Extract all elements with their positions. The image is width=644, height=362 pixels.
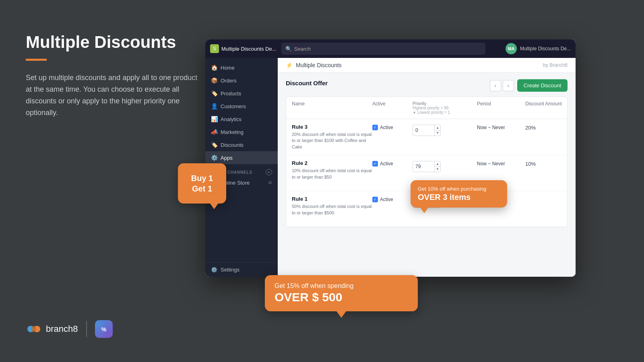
col-active: Active — [372, 101, 413, 115]
app-icon: % — [95, 320, 113, 338]
col-name: Name — [292, 101, 372, 115]
rule2-priority-down[interactable]: ▼ — [435, 167, 440, 172]
rule3-priority-down[interactable]: ▼ — [435, 131, 440, 136]
rule3-period: Now ~ Never — [477, 125, 525, 130]
branch8-icon — [26, 321, 42, 337]
add-channel-icon[interactable]: + — [266, 169, 272, 175]
sidebar-label-products: Products — [221, 90, 241, 97]
by-branch8-label: by Branch8 — [543, 62, 568, 68]
rule1-active-badge: ✓ Active — [372, 197, 413, 202]
rule2-priority-value: 79 — [413, 164, 434, 169]
rule1-name: Rule 1 — [292, 196, 372, 202]
rule1-discount-col — [525, 196, 568, 197]
table-row: Rule 3 20% discount off when total cost … — [286, 119, 567, 155]
callout-buy1-text: Buy 1 Get 1 — [191, 173, 213, 194]
rule2-discount-col: 10% — [525, 160, 568, 167]
svg-text:%: % — [101, 326, 106, 333]
top-bar-right: MA Multiple Discounts De... — [490, 43, 571, 54]
sidebar-item-settings[interactable]: ⚙️ Settings — [205, 262, 278, 277]
rule3-period-col: Now ~ Never — [477, 124, 525, 130]
callout-500-amount: OVER $ 500 — [275, 290, 408, 304]
rule2-period-col: Now ~ Never — [477, 160, 525, 167]
rule3-priority-value: 0 — [413, 128, 434, 133]
callout-10pct-amount: OVER 3 items — [418, 193, 500, 202]
rule2-priority-col: 79 ▲ ▼ — [413, 160, 477, 172]
rule3-name: Rule 3 — [292, 124, 372, 130]
shopify-window: S Multiple Discounts De... 🔍 Search MA M… — [205, 39, 576, 277]
settings-gear-icon: ⚙ — [268, 180, 272, 185]
sidebar-label-orders: Orders — [221, 78, 237, 84]
rule2-priority-input[interactable]: 79 ▲ ▼ — [413, 161, 441, 172]
orange-bar-decoration — [26, 59, 47, 61]
home-icon: 🏠 — [211, 64, 217, 71]
analytics-icon: 📊 — [211, 116, 217, 122]
rule2-name: Rule 2 — [292, 160, 372, 166]
nav-arrows: ‹ › — [490, 80, 514, 91]
sidebar-item-discounts[interactable]: 🏷️ Discounts — [205, 138, 278, 151]
sidebar-label-marketing: Marketing — [221, 129, 244, 135]
rule3-active-label: Active — [380, 125, 393, 130]
rule2-period: Now ~ Never — [477, 161, 525, 167]
content-header-left: ⚡ Multiple Discounts — [286, 62, 342, 68]
rule3-priority-arrows: ▲ ▼ — [434, 125, 440, 136]
sidebar-item-apps[interactable]: ⚙️ Apps — [205, 151, 278, 164]
rule2-priority-up[interactable]: ▲ — [435, 161, 440, 167]
rule2-discount: 10% — [525, 161, 568, 167]
left-panel: Multiple Discounts Set up multiple disco… — [26, 32, 203, 119]
rule1-active-label: Active — [380, 197, 393, 202]
rule3-desc: 20% discount off when total cost is equa… — [292, 132, 372, 150]
description-text: Set up multiple discounts and apply all … — [26, 72, 203, 118]
callout-500-subtitle: Get 15% off when spending — [275, 282, 408, 290]
content-header: ⚡ Multiple Discounts by Branch8 — [278, 58, 576, 73]
customers-icon: 👤 — [211, 103, 217, 109]
bottom-logos: branch8 % — [26, 320, 113, 338]
rule2-checkbox[interactable]: ✓ — [372, 161, 378, 167]
callout-buy1-get1: Buy 1 Get 1 — [178, 163, 226, 204]
main-layout: 🏠 Home 📦 Orders 🏷️ Products 👤 Customers … — [205, 58, 576, 277]
sidebar-item-orders[interactable]: 📦 Orders — [205, 74, 278, 87]
rule1-desc: 50% discount off when total cost is equa… — [292, 204, 372, 216]
search-bar[interactable]: 🔍 Search — [281, 43, 485, 55]
settings-label: Settings — [221, 267, 239, 273]
discount-app-icon: % — [98, 323, 109, 335]
page-title-breadcrumb: Multiple Discounts — [296, 62, 342, 68]
discounts-icon: 🏷️ — [211, 142, 217, 148]
shopify-logo: S Multiple Discounts De... — [210, 44, 277, 53]
rule2-active-col: ✓ Active — [372, 160, 413, 167]
rule3-checkbox[interactable]: ✓ — [372, 125, 378, 130]
nav-prev-button[interactable]: ‹ — [490, 80, 501, 91]
sidebar-item-customers[interactable]: 👤 Customers — [205, 100, 278, 113]
rule1-checkbox[interactable]: ✓ — [372, 197, 378, 202]
content-header-icon: ⚡ — [286, 62, 293, 68]
callout-10pct: Get 10% off when purchasing OVER 3 items — [411, 180, 507, 208]
section-header: Discount Offer ‹ › Create Discount — [286, 79, 568, 92]
rule1-active-col: ✓ Active — [372, 196, 413, 202]
marketing-icon: 📣 — [211, 129, 217, 135]
search-icon: 🔍 — [285, 46, 292, 52]
top-bar: S Multiple Discounts De... 🔍 Search MA M… — [205, 39, 576, 58]
orders-icon: 📦 — [211, 77, 217, 84]
sidebar-label-home: Home — [221, 65, 235, 71]
col-period: Period — [477, 101, 525, 115]
rule3-priority-input[interactable]: 0 ▲ ▼ — [413, 125, 441, 136]
logo-divider — [86, 321, 87, 337]
rule3-active-badge: ✓ Active — [372, 125, 413, 130]
rule3-priority-up[interactable]: ▲ — [435, 125, 440, 131]
callout-10pct-subtitle: Get 10% off when purchasing — [418, 186, 500, 192]
rule3-name-col: Rule 3 20% discount off when total cost … — [292, 124, 372, 150]
rule3-discount: 20% — [525, 125, 568, 131]
products-icon: 🏷️ — [211, 90, 217, 97]
sidebar-item-home[interactable]: 🏠 Home — [205, 61, 278, 74]
sidebar-label-analytics: Analytics — [221, 116, 242, 122]
content-area: ⚡ Multiple Discounts by Branch8 Discount… — [278, 58, 576, 277]
sidebar-item-analytics[interactable]: 📊 Analytics — [205, 113, 278, 125]
sidebar-item-products[interactable]: 🏷️ Products — [205, 87, 278, 100]
sidebar-item-marketing[interactable]: 📣 Marketing — [205, 125, 278, 138]
sidebar-label-customers: Customers — [221, 103, 246, 109]
svg-point-2 — [31, 326, 36, 332]
nav-next-button[interactable]: › — [503, 80, 514, 91]
sidebar-label-apps: Apps — [221, 155, 233, 161]
brand-name: branch8 — [46, 324, 78, 334]
table-header: Name Active Priority Highest priority = … — [286, 97, 567, 119]
create-discount-button[interactable]: Create Discount — [517, 79, 568, 92]
